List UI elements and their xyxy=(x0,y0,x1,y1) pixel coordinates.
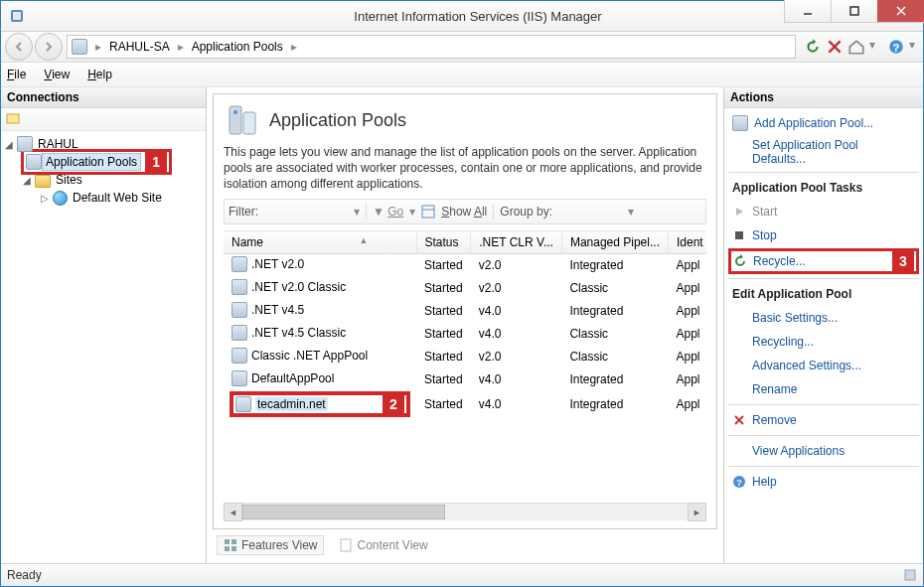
body: Connections ◢ RAHUL Application Pools 1 xyxy=(1,87,923,563)
pool-icon xyxy=(231,302,247,318)
svg-rect-18 xyxy=(225,546,230,551)
help-icon[interactable]: ? xyxy=(887,38,905,56)
page-title: Application Pools xyxy=(269,110,406,131)
actions-tasks-header: Application Pool Tasks xyxy=(728,177,919,199)
col-clr[interactable]: .NET CLR V... xyxy=(471,231,562,254)
action-stop[interactable]: Stop xyxy=(728,224,919,246)
annotation-1: 1 xyxy=(145,152,167,172)
svg-rect-20 xyxy=(341,539,351,551)
svg-rect-1 xyxy=(13,12,21,20)
refresh-icon[interactable] xyxy=(804,38,822,56)
action-recycle[interactable]: Recycle... 3 xyxy=(728,248,919,274)
group-by-label: Group by: xyxy=(500,205,552,219)
connect-icon[interactable] xyxy=(5,111,21,127)
horizontal-scrollbar[interactable]: ◄► xyxy=(224,503,706,520)
menu-help[interactable]: Help xyxy=(85,66,114,83)
tab-features-view[interactable]: Features View xyxy=(217,535,324,555)
action-add-pool[interactable]: Add Application Pool... xyxy=(728,112,919,134)
action-set-defaults[interactable]: Set Application Pool Defaults... xyxy=(728,136,919,168)
table-row[interactable]: Classic .NET AppPoolStartedv2.0ClassicAp… xyxy=(224,346,706,368)
globe-icon xyxy=(53,191,68,206)
titlebar: Internet Information Services (IIS) Mana… xyxy=(1,1,923,32)
action-basic-settings[interactable]: Basic Settings... xyxy=(728,307,919,329)
menubar: File View Help xyxy=(1,63,923,87)
table-row[interactable]: .NET v4.5Startedv4.0IntegratedAppl xyxy=(224,300,706,323)
svg-rect-21 xyxy=(735,231,743,239)
actions-header: Actions xyxy=(724,87,923,108)
home-icon[interactable] xyxy=(847,38,865,56)
server-icon xyxy=(72,39,87,55)
connections-panel: Connections ◢ RAHUL Application Pools 1 xyxy=(1,87,207,563)
minimize-button[interactable] xyxy=(784,0,831,23)
group-by-input[interactable] xyxy=(558,204,622,220)
tab-content-view[interactable]: Content View xyxy=(332,535,434,555)
menu-file[interactable]: File xyxy=(5,66,28,83)
breadcrumb-node[interactable]: Application Pools xyxy=(192,40,283,54)
connections-toolbar xyxy=(1,108,206,131)
stop-icon xyxy=(732,228,746,242)
col-identity[interactable]: Ident xyxy=(668,231,706,254)
pool-icon xyxy=(231,325,247,341)
center-panel: Application Pools This page lets you vie… xyxy=(207,87,723,563)
breadcrumb[interactable]: ▸ RAHUL-SA ▸ Application Pools ▸ xyxy=(67,35,796,59)
iis-manager-window: Internet Information Services (IIS) Mana… xyxy=(0,0,924,587)
svg-rect-17 xyxy=(231,539,236,544)
table-row[interactable]: .NET v2.0 ClassicStartedv2.0ClassicAppl xyxy=(224,277,706,300)
tree-default-site[interactable]: ▷ Default Web Site xyxy=(3,189,204,207)
show-all-icon xyxy=(421,205,435,219)
pool-icon xyxy=(235,396,251,412)
page-description: This page lets you view and manage the l… xyxy=(224,144,706,193)
show-all-button[interactable]: Show All xyxy=(441,205,487,219)
server-icon xyxy=(17,136,33,152)
maximize-button[interactable] xyxy=(831,0,877,23)
table-row[interactable]: .NET v2.0Startedv2.0IntegratedAppl xyxy=(224,253,706,277)
action-recycling-settings[interactable]: Recycling... xyxy=(728,331,919,353)
stop-nav-icon[interactable] xyxy=(826,38,844,56)
window-controls xyxy=(784,0,924,22)
svg-rect-26 xyxy=(905,570,915,580)
pool-icon xyxy=(231,256,247,272)
view-tabs: Features View Content View xyxy=(213,533,717,557)
annotation-2: 2 xyxy=(383,394,404,414)
action-rename[interactable]: Rename xyxy=(728,378,919,400)
pool-icon xyxy=(231,370,247,386)
config-icon[interactable] xyxy=(903,568,917,582)
action-help[interactable]: ?Help xyxy=(728,471,919,493)
app-pools-page-icon xyxy=(224,102,259,138)
back-button[interactable] xyxy=(5,33,33,61)
table-row-selected[interactable]: tecadmin.net2Startedv4.0IntegratedAppl xyxy=(224,391,706,417)
forward-button[interactable] xyxy=(35,33,63,61)
page-header: Application Pools xyxy=(224,102,706,138)
pool-icon xyxy=(231,348,247,364)
connections-tree: ◢ RAHUL Application Pools 1 ◢ Sites xyxy=(1,131,206,563)
svg-rect-10 xyxy=(7,114,19,123)
recycle-icon xyxy=(733,254,747,268)
actions-panel: Actions Add Application Pool... Set Appl… xyxy=(723,87,923,563)
svg-rect-3 xyxy=(850,7,858,15)
connections-header: Connections xyxy=(1,87,206,108)
col-name[interactable]: Name ▲ xyxy=(224,231,416,254)
start-icon xyxy=(732,205,746,219)
go-button[interactable]: ▼ Go xyxy=(373,205,403,219)
app-icon xyxy=(1,8,33,24)
svg-text:?: ? xyxy=(736,478,742,488)
action-advanced-settings[interactable]: Advanced Settings... xyxy=(728,355,919,376)
folder-icon xyxy=(35,175,51,188)
filter-input[interactable] xyxy=(264,204,348,220)
pool-icon xyxy=(231,279,247,295)
actions-edit-header: Edit Application Pool xyxy=(728,283,919,305)
action-view-applications[interactable]: View Applications xyxy=(728,440,919,462)
close-button[interactable] xyxy=(877,0,924,23)
breadcrumb-server[interactable]: RAHUL-SA xyxy=(109,40,170,54)
col-status[interactable]: Status xyxy=(416,231,471,254)
menu-view[interactable]: View xyxy=(42,66,72,83)
table-row[interactable]: DefaultAppPoolStartedv4.0IntegratedAppl xyxy=(224,368,706,391)
col-pipeline[interactable]: Managed Pipel... xyxy=(561,231,668,254)
pools-grid: Name ▲ Status .NET CLR V... Managed Pipe… xyxy=(224,230,706,497)
table-row[interactable]: .NET v4.5 ClassicStartedv4.0ClassicAppl xyxy=(224,323,706,346)
filter-bar: Filter: ▾ ▼ Go ▾ Show All Group by: ▾ xyxy=(224,199,706,224)
add-pool-icon xyxy=(732,115,748,131)
tree-app-pools[interactable]: Application Pools 1 xyxy=(3,153,204,171)
status-text: Ready xyxy=(7,568,42,582)
action-remove[interactable]: Remove xyxy=(728,409,919,431)
